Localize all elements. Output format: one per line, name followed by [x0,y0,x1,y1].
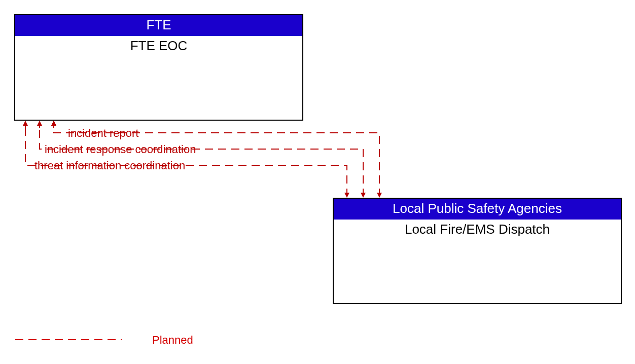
flow-label-incident-report: incident report [68,127,138,140]
node-fte-eoc-body: FTE EOC [15,36,302,54]
flow-label-threat-info: threat information coordination [34,159,185,172]
node-local-fire-ems-header: Local Public Safety Agencies [334,199,621,220]
node-fte-eoc: FTE FTE EOC [14,14,303,121]
node-fte-eoc-header: FTE [15,15,302,36]
node-local-fire-ems: Local Public Safety Agencies Local Fire/… [333,198,622,304]
node-local-fire-ems-body: Local Fire/EMS Dispatch [334,220,621,237]
legend-label: Planned [152,334,193,347]
flow-label-incident-response: incident response coordination [45,143,196,156]
